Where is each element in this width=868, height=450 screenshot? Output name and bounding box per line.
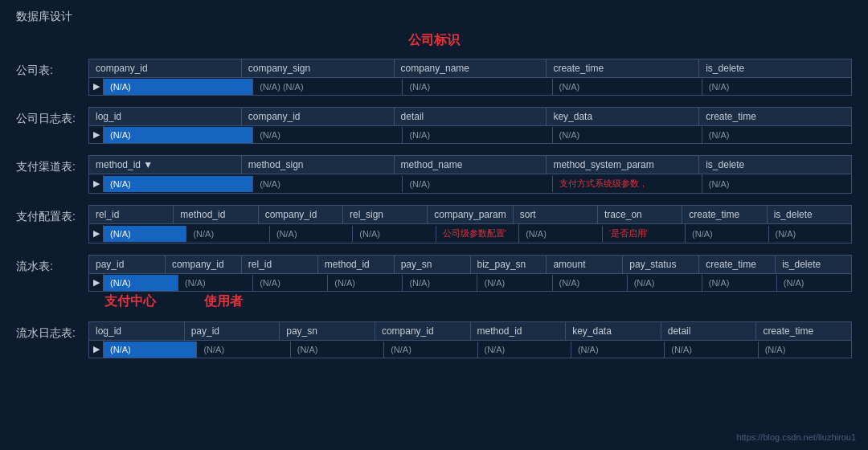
- row-arrow-3: ▶: [89, 225, 104, 242]
- cell-4-8: (N/A): [702, 275, 777, 291]
- col-header-2-0: method_id ▼: [89, 156, 242, 174]
- table-label-5: 流水日志表:: [16, 321, 88, 341]
- col-header-4-1: company_id: [166, 256, 242, 273]
- sub-label-4-1: 使用者: [204, 293, 243, 310]
- cell-3-5: (N/A): [519, 226, 602, 242]
- col-header-1-4: create_time: [699, 108, 851, 125]
- col-header-5-1: pay_id: [185, 322, 280, 340]
- col-header-4-2: rel_id: [242, 256, 318, 273]
- cell-3-0: (N/A): [104, 226, 186, 242]
- col-header-2-4: is_delete: [699, 156, 851, 174]
- col-header-3-6: trace_on: [598, 206, 682, 223]
- table-section-0: 公司表:company_idcompany_signcompany_namecr…: [16, 59, 852, 96]
- table-label-0: 公司表:: [16, 59, 88, 78]
- cell-4-4: (N/A): [403, 275, 477, 291]
- cell-1-1: (N/A): [253, 127, 403, 143]
- col-header-5-7: create_time: [756, 322, 851, 340]
- col-header-4-0: pay_id: [89, 256, 166, 273]
- table-row-4: ▶(N/A)(N/A)(N/A)(N/A)(N/A)(N/A)(N/A)(N/A…: [89, 274, 851, 291]
- cell-4-5: (N/A): [477, 275, 552, 291]
- cell-2-3: 支付方式系统级参数，: [553, 174, 702, 193]
- table-3: rel_idmethod_idcompany_idrel_signcompany…: [88, 205, 852, 243]
- cell-3-7: (N/A): [686, 226, 768, 242]
- row-arrow-4: ▶: [89, 274, 104, 291]
- col-header-2-2: method_name: [395, 156, 547, 174]
- col-header-3-8: is_delete: [768, 206, 851, 223]
- row-arrow-2: ▶: [89, 175, 104, 192]
- cell-5-3: (N/A): [384, 342, 477, 358]
- col-header-5-0: log_id: [89, 322, 185, 340]
- col-header-1-2: detail: [395, 108, 547, 125]
- table-row-5: ▶(N/A)(N/A)(N/A)(N/A)(N/A)(N/A)(N/A)(N/A…: [89, 341, 851, 358]
- table-1: log_idcompany_iddetailkey_datacreate_tim…: [88, 107, 852, 144]
- col-header-1-1: company_id: [242, 108, 395, 125]
- cell-0-4: (N/A): [702, 79, 851, 95]
- table-label-2: 支付渠道表:: [16, 155, 88, 174]
- table-section-3: 支付配置表:rel_idmethod_idcompany_idrel_signc…: [16, 205, 852, 243]
- cell-4-1: (N/A): [178, 275, 253, 291]
- cell-5-0: (N/A): [104, 342, 197, 358]
- col-header-4-4: pay_sn: [395, 256, 471, 273]
- col-header-2-3: method_system_param: [547, 156, 699, 174]
- cell-3-6: '是否启用': [603, 224, 686, 243]
- cell-2-2: (N/A): [403, 176, 552, 192]
- cell-3-2: (N/A): [270, 226, 353, 242]
- cell-5-6: (N/A): [665, 342, 758, 358]
- col-header-5-4: method_id: [471, 322, 567, 340]
- col-header-1-0: log_id: [89, 108, 242, 125]
- col-header-3-3: rel_sign: [343, 206, 428, 223]
- cell-1-4: (N/A): [702, 127, 851, 143]
- col-header-0-3: create_time: [547, 59, 699, 77]
- watermark: https://blog.csdn.net/liuzhirou1: [736, 432, 856, 442]
- col-header-3-0: rel_id: [89, 206, 174, 223]
- sub-label-4-0: 支付中心: [104, 293, 156, 310]
- row-arrow-1: ▶: [89, 126, 104, 143]
- page-title: 数据库设计: [16, 10, 852, 24]
- col-header-4-7: pay_status: [623, 256, 699, 273]
- cell-5-1: (N/A): [197, 342, 290, 358]
- cell-3-1: (N/A): [186, 226, 269, 242]
- cell-4-6: (N/A): [553, 275, 628, 291]
- table-row-3: ▶(N/A)(N/A)(N/A)(N/A)公司级参数配置'(N/A)'是否启用'…: [89, 224, 851, 243]
- table-2: method_id ▼method_signmethod_namemethod_…: [88, 155, 852, 194]
- table-5: log_idpay_idpay_sncompany_idmethod_idkey…: [88, 321, 852, 358]
- table-label-3: 支付配置表:: [16, 205, 88, 224]
- row-arrow-5: ▶: [89, 341, 104, 358]
- table-row-2: ▶(N/A)(N/A)(N/A)支付方式系统级参数，(N/A): [89, 174, 851, 193]
- col-header-1-3: key_data: [547, 108, 699, 125]
- table-section-2: 支付渠道表:method_id ▼method_signmethod_namem…: [16, 155, 852, 194]
- table-0: company_idcompany_signcompany_namecreate…: [88, 59, 852, 96]
- col-header-3-4: company_param: [428, 206, 513, 223]
- table-label-4: 流水表:: [16, 255, 88, 274]
- cell-3-8: (N/A): [769, 226, 851, 242]
- table-row-1: ▶(N/A)(N/A)(N/A)(N/A)(N/A): [89, 126, 851, 143]
- col-header-3-5: sort: [514, 206, 598, 223]
- col-header-3-7: create_time: [682, 206, 767, 223]
- col-header-3-1: method_id: [174, 206, 258, 223]
- cell-5-5: (N/A): [571, 342, 665, 358]
- col-header-4-8: create_time: [699, 256, 776, 273]
- table-section-4: 流水表:pay_idcompany_idrel_idmethod_idpay_s…: [16, 255, 852, 310]
- col-header-4-9: is_delete: [776, 256, 851, 273]
- cell-1-0: (N/A): [104, 127, 253, 143]
- cell-2-4: (N/A): [702, 176, 851, 192]
- cell-5-2: (N/A): [291, 342, 384, 358]
- cell-0-1: (N/A) (N/A): [253, 79, 403, 95]
- cell-4-9: (N/A): [777, 275, 851, 291]
- cell-1-2: (N/A): [403, 127, 552, 143]
- table-4: pay_idcompany_idrel_idmethod_idpay_snbiz…: [88, 255, 852, 292]
- table-section-1: 公司日志表:log_idcompany_iddetailkey_datacrea…: [16, 107, 852, 144]
- cell-3-3: (N/A): [353, 226, 436, 242]
- col-header-5-2: pay_sn: [280, 322, 375, 340]
- cell-5-4: (N/A): [478, 342, 571, 358]
- col-header-2-1: method_sign: [242, 156, 395, 174]
- cell-3-4: 公司级参数配置': [436, 224, 519, 243]
- cell-4-7: (N/A): [628, 275, 702, 291]
- col-header-5-6: detail: [661, 322, 757, 340]
- col-header-5-3: company_id: [375, 322, 471, 340]
- col-header-0-4: is_delete: [699, 59, 851, 77]
- cell-0-3: (N/A): [553, 79, 702, 95]
- cell-0-0: (N/A): [104, 79, 253, 95]
- table-section-5: 流水日志表:log_idpay_idpay_sncompany_idmethod…: [16, 321, 852, 358]
- row-arrow-0: ▶: [89, 78, 104, 95]
